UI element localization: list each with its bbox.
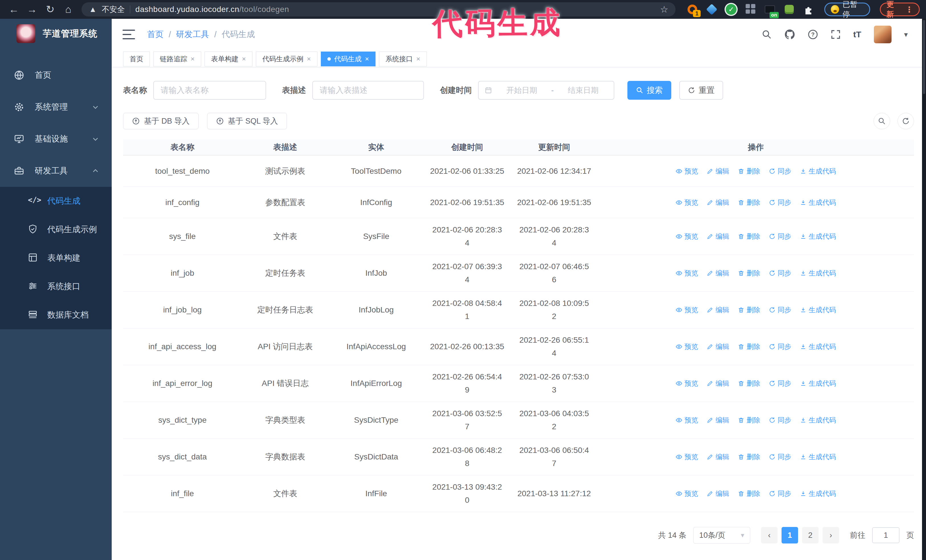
text-size-icon[interactable]: tT bbox=[853, 30, 861, 39]
browser-menu-icon[interactable]: ⋮ bbox=[905, 5, 913, 14]
paused-extension-pill[interactable]: 已暂停 bbox=[824, 3, 870, 16]
table-name-input[interactable] bbox=[153, 81, 266, 100]
table-row[interactable]: sys_dict_type 字典类型表 SysDictType 2021-03-… bbox=[123, 402, 914, 439]
generate-code-link[interactable]: 生成代码 bbox=[800, 198, 836, 207]
table-row[interactable]: inf_api_access_log API 访问日志表 InfApiAcces… bbox=[123, 328, 914, 365]
update-browser-button[interactable]: 更新 ⋮ bbox=[880, 3, 920, 16]
toggle-search-button[interactable] bbox=[873, 113, 890, 129]
generate-code-link[interactable]: 生成代码 bbox=[800, 452, 836, 462]
preview-link[interactable]: 预览 bbox=[676, 167, 698, 176]
sidebar-item-system-api[interactable]: 系统接口 bbox=[0, 272, 112, 301]
help-icon[interactable]: ? bbox=[808, 29, 818, 39]
tab-system-api[interactable]: 系统接口× bbox=[379, 51, 427, 66]
table-row[interactable]: inf_api_error_log API 错误日志 InfApiErrorLo… bbox=[123, 365, 914, 402]
search-button[interactable]: 搜索 bbox=[627, 81, 671, 100]
edit-link[interactable]: 编辑 bbox=[707, 489, 729, 498]
preview-link[interactable]: 预览 bbox=[676, 305, 698, 314]
tab-home[interactable]: 首页 bbox=[123, 51, 150, 66]
import-db-button[interactable]: 基于 DB 导入 bbox=[123, 113, 198, 129]
edit-link[interactable]: 编辑 bbox=[707, 232, 729, 241]
delete-link[interactable]: 删除 bbox=[738, 415, 760, 425]
preview-link[interactable]: 预览 bbox=[676, 489, 698, 498]
delete-link[interactable]: 删除 bbox=[738, 269, 760, 278]
delete-link[interactable]: 删除 bbox=[738, 379, 760, 388]
close-icon[interactable]: × bbox=[191, 55, 195, 63]
tab-trace[interactable]: 链路追踪× bbox=[153, 51, 201, 66]
edit-link[interactable]: 编辑 bbox=[707, 198, 729, 207]
edit-link[interactable]: 编辑 bbox=[707, 415, 729, 425]
table-row[interactable]: inf_job_log 定时任务日志表 InfJobLog 2021-02-08… bbox=[123, 292, 914, 328]
edit-link[interactable]: 编辑 bbox=[707, 305, 729, 314]
generate-code-link[interactable]: 生成代码 bbox=[800, 415, 836, 425]
table-row[interactable]: inf_config 参数配置表 InfConfig 2021-02-06 19… bbox=[123, 187, 914, 218]
sidebar-item-codegen-example[interactable]: 代码生成示例 bbox=[0, 215, 112, 244]
user-avatar[interactable] bbox=[874, 26, 891, 43]
app-logo[interactable]: 芋道管理系统 bbox=[0, 19, 112, 48]
close-icon[interactable]: × bbox=[242, 55, 246, 63]
delete-link[interactable]: 删除 bbox=[738, 342, 760, 351]
sidebar-item-form-builder[interactable]: 表单构建 bbox=[0, 244, 112, 272]
generate-code-link[interactable]: 生成代码 bbox=[800, 305, 836, 314]
table-row[interactable]: inf_job 定时任务表 InfJob 2021-02-07 06:39:3 … bbox=[123, 255, 914, 292]
edit-link[interactable]: 编辑 bbox=[707, 379, 729, 388]
sync-link[interactable]: 同步 bbox=[769, 232, 791, 241]
prev-page-button[interactable]: ‹ bbox=[761, 527, 778, 543]
home-icon[interactable]: ⌂ bbox=[61, 2, 76, 17]
generate-code-link[interactable]: 生成代码 bbox=[800, 342, 836, 351]
delete-link[interactable]: 删除 bbox=[738, 489, 760, 498]
breadcrumb-home[interactable]: 首页 bbox=[147, 29, 163, 40]
extension-grid-icon[interactable] bbox=[744, 3, 757, 15]
sidebar-item-infra[interactable]: 基础设施 bbox=[0, 123, 112, 155]
generate-code-link[interactable]: 生成代码 bbox=[800, 379, 836, 388]
date-range-picker[interactable]: 开始日期 - 结束日期 bbox=[478, 81, 614, 100]
preview-link[interactable]: 预览 bbox=[676, 415, 698, 425]
edit-link[interactable]: 编辑 bbox=[707, 167, 729, 176]
preview-link[interactable]: 预览 bbox=[676, 452, 698, 462]
sync-link[interactable]: 同步 bbox=[769, 342, 791, 351]
preview-link[interactable]: 预览 bbox=[676, 198, 698, 207]
sidebar-item-db-docs[interactable]: 数据库文档 bbox=[0, 301, 112, 329]
github-icon[interactable] bbox=[784, 29, 795, 40]
table-row[interactable]: sys_dict_data 字典数据表 SysDictData 2021-03-… bbox=[123, 439, 914, 475]
extension-check-icon[interactable]: ✓ bbox=[725, 3, 737, 15]
delete-link[interactable]: 删除 bbox=[738, 167, 760, 176]
delete-link[interactable]: 删除 bbox=[738, 452, 760, 462]
table-row[interactable]: tool_test_demo 测试示例表 ToolTestDemo 2021-0… bbox=[123, 155, 914, 187]
preview-link[interactable]: 预览 bbox=[676, 342, 698, 351]
extension-ring-icon[interactable]: 1 bbox=[686, 3, 698, 15]
edit-link[interactable]: 编辑 bbox=[707, 342, 729, 351]
refresh-table-button[interactable] bbox=[897, 113, 914, 129]
sync-link[interactable]: 同步 bbox=[769, 452, 791, 462]
sidebar-item-devtools[interactable]: 研发工具 bbox=[0, 155, 112, 187]
page-button-2[interactable]: 2 bbox=[802, 527, 819, 543]
sidebar-collapse-icon[interactable] bbox=[123, 30, 135, 39]
preview-link[interactable]: 预览 bbox=[676, 269, 698, 278]
preview-link[interactable]: 预览 bbox=[676, 232, 698, 241]
generate-code-link[interactable]: 生成代码 bbox=[800, 489, 836, 498]
next-page-button[interactable]: › bbox=[823, 527, 839, 543]
sync-link[interactable]: 同步 bbox=[769, 415, 791, 425]
extension-gem-icon[interactable] bbox=[706, 3, 718, 15]
forward-icon[interactable]: → bbox=[24, 2, 40, 17]
reset-button[interactable]: 重置 bbox=[679, 81, 723, 100]
table-row[interactable]: inf_file 文件表 InfFile 2021-03-13 09:43:2 … bbox=[123, 475, 914, 512]
reload-icon[interactable]: ↻ bbox=[42, 2, 58, 17]
breadcrumb-devtools[interactable]: 研发工具 bbox=[176, 29, 209, 40]
avatar-caret-icon[interactable]: ▾ bbox=[904, 30, 908, 39]
sidebar-item-system[interactable]: 系统管理 bbox=[0, 91, 112, 123]
generate-code-link[interactable]: 生成代码 bbox=[800, 232, 836, 241]
sync-link[interactable]: 同步 bbox=[769, 379, 791, 388]
delete-link[interactable]: 删除 bbox=[738, 232, 760, 241]
bookmark-star-icon[interactable]: ☆ bbox=[660, 4, 669, 15]
extension-on-icon[interactable]: on bbox=[764, 3, 776, 15]
sync-link[interactable]: 同步 bbox=[769, 269, 791, 278]
extensions-puzzle-icon[interactable] bbox=[803, 3, 815, 15]
delete-link[interactable]: 删除 bbox=[738, 305, 760, 314]
edit-link[interactable]: 编辑 bbox=[707, 269, 729, 278]
tab-codegen[interactable]: 代码生成× bbox=[321, 51, 375, 66]
goto-page-input[interactable] bbox=[872, 527, 899, 543]
preview-link[interactable]: 预览 bbox=[676, 379, 698, 388]
fullscreen-icon[interactable] bbox=[831, 29, 841, 39]
sync-link[interactable]: 同步 bbox=[769, 305, 791, 314]
tab-form-builder[interactable]: 表单构建× bbox=[204, 51, 253, 66]
